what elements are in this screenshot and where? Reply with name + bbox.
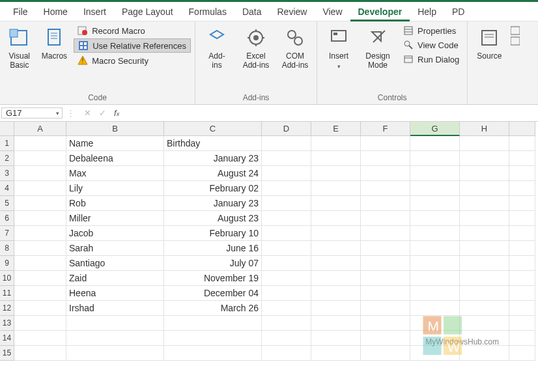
cell-I5[interactable] bbox=[509, 196, 535, 211]
addins-button[interactable]: Add- ins bbox=[199, 24, 234, 70]
cell-D15[interactable] bbox=[262, 346, 311, 361]
cell-B6[interactable]: Miller bbox=[66, 211, 164, 226]
cell-I6[interactable] bbox=[509, 211, 535, 226]
cell-A14[interactable] bbox=[14, 331, 66, 346]
cell-G1[interactable] bbox=[410, 136, 460, 151]
cell-I12[interactable] bbox=[509, 301, 535, 316]
cell-A2[interactable] bbox=[14, 151, 66, 166]
tab-data[interactable]: Data bbox=[234, 2, 270, 21]
cell-F8[interactable] bbox=[361, 241, 410, 256]
macro-security-button[interactable]: ! Macro Security bbox=[74, 54, 191, 67]
row-header[interactable]: 14 bbox=[0, 331, 14, 346]
cell-I3[interactable] bbox=[509, 166, 535, 181]
cell-B5[interactable]: Rob bbox=[66, 196, 164, 211]
cell-D12[interactable] bbox=[262, 301, 311, 316]
cell-B7[interactable]: Jacob bbox=[66, 226, 164, 241]
cell-F12[interactable] bbox=[361, 301, 410, 316]
cell-F7[interactable] bbox=[361, 226, 410, 241]
cell-A10[interactable] bbox=[14, 271, 66, 286]
fx-icon[interactable]: fx bbox=[114, 108, 119, 118]
cell-H10[interactable] bbox=[460, 271, 509, 286]
tab-help[interactable]: Help bbox=[410, 2, 444, 21]
cell-I1[interactable] bbox=[509, 136, 535, 151]
cell-D3[interactable] bbox=[262, 166, 311, 181]
cell-C11[interactable]: December 04 bbox=[164, 286, 262, 301]
cell-F14[interactable] bbox=[361, 331, 410, 346]
cell-H12[interactable] bbox=[460, 301, 509, 316]
view-code-button[interactable]: View Code bbox=[399, 38, 463, 51]
record-macro-button[interactable]: Record Macro bbox=[74, 24, 191, 37]
cell-D10[interactable] bbox=[262, 271, 311, 286]
cell-A4[interactable] bbox=[14, 181, 66, 196]
cell-D4[interactable] bbox=[262, 181, 311, 196]
select-all-corner[interactable] bbox=[0, 122, 14, 136]
run-dialog-button[interactable]: Run Dialog bbox=[399, 53, 463, 66]
design-mode-button[interactable]: Design Mode bbox=[360, 24, 395, 70]
cell-G11[interactable] bbox=[410, 286, 460, 301]
cell-G4[interactable] bbox=[410, 181, 460, 196]
cell-D1[interactable] bbox=[262, 136, 311, 151]
cell-C13[interactable] bbox=[164, 316, 262, 331]
col-header-I[interactable] bbox=[509, 122, 535, 136]
row-header[interactable]: 4 bbox=[0, 181, 14, 196]
cell-E10[interactable] bbox=[311, 271, 361, 286]
cell-H11[interactable] bbox=[460, 286, 509, 301]
cell-D11[interactable] bbox=[262, 286, 311, 301]
com-addins-button[interactable]: COM Add-ins bbox=[277, 24, 313, 70]
cell-E3[interactable] bbox=[311, 166, 361, 181]
col-header-C[interactable]: C bbox=[164, 122, 262, 136]
tab-view[interactable]: View bbox=[315, 2, 350, 21]
cell-E2[interactable] bbox=[311, 151, 361, 166]
cell-F2[interactable] bbox=[361, 151, 410, 166]
cell-E8[interactable] bbox=[311, 241, 361, 256]
cell-A11[interactable] bbox=[14, 286, 66, 301]
formula-input[interactable] bbox=[126, 108, 538, 118]
cell-C12[interactable]: March 26 bbox=[164, 301, 262, 316]
cell-D5[interactable] bbox=[262, 196, 311, 211]
cell-I8[interactable] bbox=[509, 241, 535, 256]
cell-B4[interactable]: Lily bbox=[66, 181, 164, 196]
cell-F13[interactable] bbox=[361, 316, 410, 331]
col-header-H[interactable]: H bbox=[460, 122, 509, 136]
macros-button[interactable]: Macros bbox=[39, 24, 70, 61]
cell-B8[interactable]: Sarah bbox=[66, 241, 164, 256]
cell-B14[interactable] bbox=[66, 331, 164, 346]
cell-D9[interactable] bbox=[262, 256, 311, 271]
name-box[interactable]: G17 ▾ bbox=[1, 107, 63, 119]
cell-H1[interactable] bbox=[460, 136, 509, 151]
row-header[interactable]: 2 bbox=[0, 151, 14, 166]
cell-I11[interactable] bbox=[509, 286, 535, 301]
tab-developer[interactable]: Developer bbox=[350, 2, 410, 21]
use-relative-references-button[interactable]: Use Relative References bbox=[74, 38, 191, 53]
cell-B12[interactable]: Irshad bbox=[66, 301, 164, 316]
cell-C7[interactable]: February 10 bbox=[164, 226, 262, 241]
cell-H5[interactable] bbox=[460, 196, 509, 211]
cell-H8[interactable] bbox=[460, 241, 509, 256]
row-header[interactable]: 11 bbox=[0, 286, 14, 301]
cell-E15[interactable] bbox=[311, 346, 361, 361]
cell-E14[interactable] bbox=[311, 331, 361, 346]
row-header[interactable]: 15 bbox=[0, 346, 14, 361]
cell-I9[interactable] bbox=[509, 256, 535, 271]
row-header[interactable]: 7 bbox=[0, 226, 14, 241]
cell-B13[interactable] bbox=[66, 316, 164, 331]
col-header-F[interactable]: F bbox=[361, 122, 410, 136]
col-header-B[interactable]: B bbox=[66, 122, 164, 136]
cell-A13[interactable] bbox=[14, 316, 66, 331]
cell-I13[interactable] bbox=[509, 316, 535, 331]
tab-page-layout[interactable]: Page Layout bbox=[114, 2, 181, 21]
cell-A5[interactable] bbox=[14, 196, 66, 211]
cell-G7[interactable] bbox=[410, 226, 460, 241]
cell-B3[interactable]: Max bbox=[66, 166, 164, 181]
row-header[interactable]: 6 bbox=[0, 211, 14, 226]
row-header[interactable]: 12 bbox=[0, 301, 14, 316]
cell-C14[interactable] bbox=[164, 331, 262, 346]
cell-A9[interactable] bbox=[14, 256, 66, 271]
cell-E12[interactable] bbox=[311, 301, 361, 316]
cell-D8[interactable] bbox=[262, 241, 311, 256]
col-header-D[interactable]: D bbox=[262, 122, 311, 136]
cell-C2[interactable]: January 23 bbox=[164, 151, 262, 166]
visual-basic-button[interactable]: Visual Basic bbox=[4, 24, 35, 70]
tab-formulas[interactable]: Formulas bbox=[181, 2, 234, 21]
cell-H7[interactable] bbox=[460, 226, 509, 241]
